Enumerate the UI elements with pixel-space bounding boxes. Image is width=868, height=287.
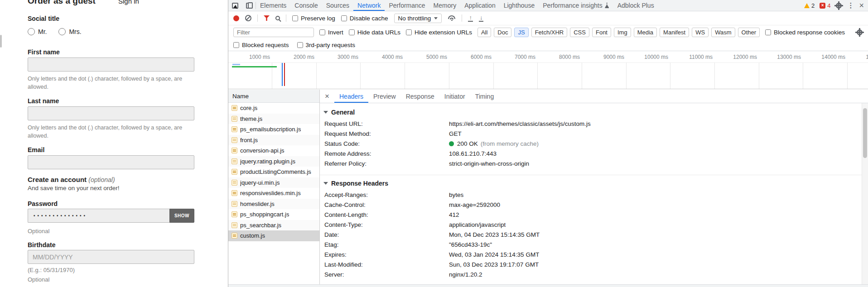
chip-all[interactable]: All [477, 28, 491, 37]
throttling-dropdown[interactable]: No throttling [394, 14, 442, 23]
blocked-requests-input[interactable] [233, 42, 239, 48]
disable-cache-checkbox[interactable]: Disable cache [341, 15, 388, 22]
tab-network[interactable]: Network [353, 0, 385, 11]
hide-extension-urls-input[interactable] [406, 29, 412, 35]
sign-in-link[interactable]: Sign in [118, 0, 139, 5]
blocked-response-cookies-input[interactable] [765, 29, 771, 35]
close-devtools-icon[interactable]: × [859, 1, 864, 10]
status-note: (from memory cache) [481, 140, 539, 147]
details-tab-initiator[interactable]: Initiator [439, 90, 470, 103]
page-scrollbar-fragment[interactable] [0, 35, 2, 48]
request-row[interactable]: conversion-api.js [228, 145, 319, 156]
request-row[interactable]: jquery-ui.min.js [228, 177, 319, 188]
chip-ws[interactable]: WS [692, 28, 709, 37]
header-value: 412 [449, 211, 459, 218]
chip-font[interactable]: Font [592, 28, 611, 37]
radio-mr-input[interactable] [28, 28, 35, 35]
name-column-header[interactable]: Name [228, 90, 319, 103]
tab-performance[interactable]: Performance [385, 0, 429, 11]
chip-img[interactable]: Img [614, 28, 631, 37]
chip-doc[interactable]: Doc [494, 28, 511, 37]
request-row[interactable]: ps_shoppingcart.js [228, 209, 319, 220]
preserve-log-input[interactable] [292, 15, 298, 21]
device-toolbar-button[interactable] [242, 0, 256, 11]
request-row[interactable]: jquery.rating.plugin.js [228, 156, 319, 167]
filter-input[interactable] [233, 28, 314, 37]
details-tab-headers[interactable]: Headers [334, 90, 368, 103]
tab-application[interactable]: Application [460, 0, 500, 11]
network-settings-gear-icon[interactable] [856, 29, 863, 36]
chip-js[interactable]: JS [514, 28, 528, 37]
third-party-requests-input[interactable] [297, 42, 303, 48]
details-tab-timing[interactable]: Timing [470, 90, 499, 103]
hide-data-urls-checkbox[interactable]: Hide data URLs [349, 29, 400, 36]
chip-css[interactable]: CSS [570, 28, 589, 37]
close-details-icon[interactable]: × [320, 90, 334, 103]
preserve-log-checkbox[interactable]: Preserve log [292, 15, 335, 22]
chip-other[interactable]: Other [738, 28, 760, 37]
radio-mrs-input[interactable] [58, 28, 66, 35]
tab-performance-insights[interactable]: Performance insights [539, 0, 613, 11]
tab-adblock-plus[interactable]: Adblock Plus [613, 0, 658, 11]
chip-media[interactable]: Media [634, 28, 657, 37]
hide-extension-urls-checkbox[interactable]: Hide extension URLs [406, 29, 472, 36]
tab-elements[interactable]: Elements [256, 0, 290, 11]
search-icon[interactable] [275, 16, 280, 20]
invert-checkbox[interactable]: Invert [319, 29, 343, 36]
clear-network-log-button[interactable] [245, 15, 251, 21]
blocked-requests-checkbox[interactable]: Blocked requests [233, 42, 289, 48]
request-row[interactable]: core.js [228, 103, 319, 114]
password-input[interactable]: •••••••••••••• [28, 209, 169, 223]
tab-sources[interactable]: Sources [322, 0, 353, 11]
more-menu-icon[interactable]: ⋮ [847, 1, 854, 10]
tab-console[interactable]: Console [290, 0, 322, 11]
request-row[interactable]: ps_emailsubscription.js [228, 124, 319, 135]
header-row: Request URL: https://eli-art.com/themes/… [320, 119, 868, 129]
radio-mr[interactable]: Mr. [28, 28, 47, 35]
chip-manifest[interactable]: Manifest [660, 28, 689, 37]
blocked-response-cookies-checkbox[interactable]: Blocked response cookies [765, 29, 845, 36]
first-name-input[interactable] [28, 57, 194, 72]
disable-cache-input[interactable] [341, 15, 347, 21]
general-section-header[interactable]: General [320, 106, 868, 119]
request-row-selected[interactable]: custom.js [228, 230, 319, 241]
export-har-icon[interactable]: ↓ [479, 15, 484, 22]
email-input[interactable] [28, 155, 194, 169]
settings-gear-icon[interactable] [835, 2, 842, 9]
request-row[interactable]: ps_searchbar.js [228, 220, 319, 231]
import-har-icon[interactable]: ↑ [468, 15, 473, 22]
details-tab-response[interactable]: Response [401, 90, 439, 103]
record-network-log-button[interactable] [233, 15, 239, 21]
warnings-badge[interactable]: 2 [804, 2, 815, 9]
radio-mrs[interactable]: Mrs. [58, 28, 81, 35]
request-row[interactable]: homeslider.js [228, 199, 319, 210]
last-name-input[interactable] [28, 106, 194, 120]
invert-input[interactable] [319, 29, 325, 35]
details-scrollbar-thumb[interactable] [863, 108, 867, 158]
response-headers-section-header[interactable]: Response Headers [320, 177, 868, 190]
tab-memory[interactable]: Memory [429, 0, 461, 11]
request-row[interactable]: responsiveslides.min.js [228, 188, 319, 199]
show-password-button[interactable]: SHOW [169, 209, 194, 223]
network-conditions-icon[interactable] [448, 15, 456, 21]
network-overview-timeline[interactable]: 1000 ms 2000 ms 3000 ms 4000 ms 5000 ms … [228, 51, 868, 89]
details-tab-preview[interactable]: Preview [368, 90, 401, 103]
request-name: conversion-api.js [240, 147, 285, 154]
birthdate-input[interactable] [28, 250, 194, 264]
header-key: Accept-Ranges: [324, 191, 449, 198]
chip-wasm[interactable]: Wasm [711, 28, 735, 37]
request-row[interactable]: front.js [228, 135, 319, 146]
filter-toggle-icon[interactable] [264, 15, 270, 21]
header-row: Date: Mon, 04 Dec 2023 15:14:35 GMT [320, 230, 868, 239]
third-party-requests-checkbox[interactable]: 3rd-party requests [297, 42, 356, 48]
inspect-element-button[interactable] [228, 0, 242, 11]
tab-lighthouse[interactable]: Lighthouse [500, 0, 539, 11]
hide-data-urls-input[interactable] [349, 29, 355, 35]
errors-badge[interactable]: × 4 [820, 2, 830, 9]
chip-fetch-xhr[interactable]: Fetch/XHR [531, 28, 568, 37]
invert-label: Invert [328, 29, 343, 36]
request-row[interactable]: theme.js [228, 114, 319, 124]
request-row[interactable]: productListingComments.js [228, 167, 319, 177]
script-file-icon [231, 105, 237, 111]
details-scrollbar[interactable] [862, 103, 868, 284]
